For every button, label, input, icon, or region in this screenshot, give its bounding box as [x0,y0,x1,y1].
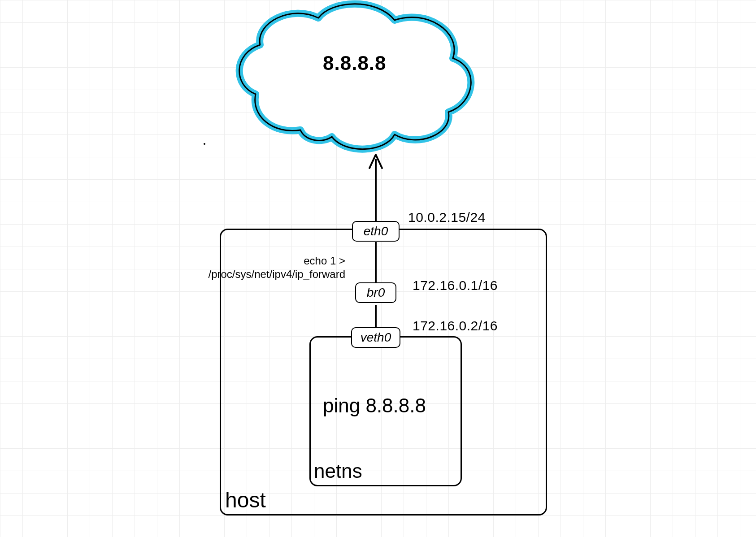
addr-eth0: 10.0.2.15/24 [408,210,486,225]
addr-veth0: 172.16.0.2/16 [413,318,498,333]
netns-label: netns [314,460,362,482]
addr-br0: 172.16.0.1/16 [413,278,498,293]
cloud-shape [239,4,471,149]
ip-forward-line2: /proc/sys/net/ipv4/ip_forward [179,268,345,281]
node-br0: br0 [355,282,396,303]
ping-command: ping 8.8.8.8 [323,394,426,417]
ip-forward-command: echo 1 > /proc/sys/net/ipv4/ip_forward [179,254,345,281]
node-eth0: eth0 [352,221,400,242]
node-veth0: veth0 [351,327,400,348]
stray-dot [204,143,205,145]
cloud-address: 8.8.8.8 [323,52,387,74]
node-veth0-label: veth0 [361,330,391,345]
node-br0-label: br0 [367,286,385,300]
ip-forward-line1: echo 1 > [179,254,345,268]
arrow-eth0-to-cloud [369,155,382,221]
node-eth0-label: eth0 [364,224,388,238]
host-label: host [225,488,266,512]
